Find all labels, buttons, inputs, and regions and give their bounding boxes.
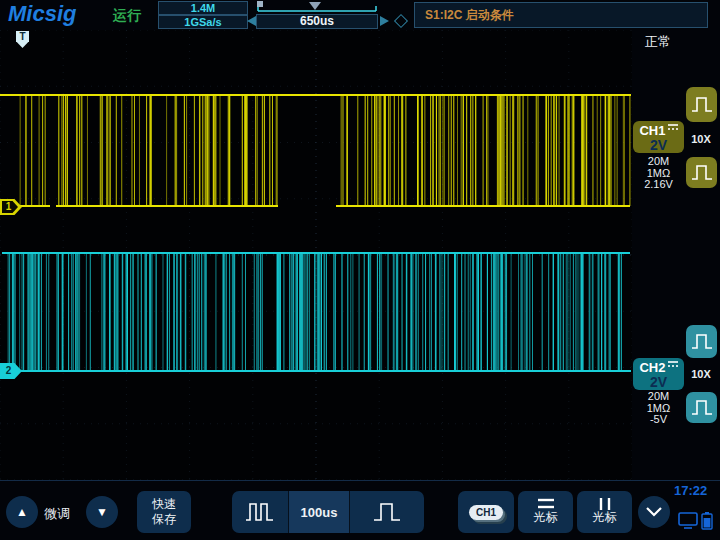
vertical-cursor-icon [596, 498, 614, 510]
ch2-bandwidth: 20M [631, 391, 686, 403]
ch2-probe-label[interactable]: 10X [686, 368, 716, 380]
horizontal-cursor-button[interactable]: 光标 [518, 491, 573, 533]
chevron-down-icon [644, 506, 664, 518]
window-start-marker [257, 1, 263, 7]
ch1-trigger-slope-button[interactable] [686, 87, 717, 122]
up-triangle-icon: ▲ [16, 505, 28, 519]
ch2-trigger-slope-button[interactable] [686, 325, 717, 358]
double-pulse-icon [245, 499, 275, 525]
dc-coupling-icon [668, 361, 678, 370]
zoom-in-timebase-button[interactable] [350, 491, 424, 533]
ch1-readout: 20M 1MΩ 2.16V [631, 156, 686, 191]
ch2-name: CH2 [639, 360, 665, 375]
fine-tune-label: 微调 [44, 505, 70, 523]
ch2-offset: -5V [631, 414, 686, 426]
waveform-canvas [0, 30, 632, 480]
micsig-logo: Micsig [8, 1, 76, 27]
pan-left-icon[interactable] [247, 16, 256, 26]
ch1-name: CH1 [639, 123, 665, 138]
ch2-trigger-slope-button-2[interactable] [686, 392, 717, 423]
time-offset[interactable]: 650us [256, 14, 378, 29]
trigger-mode-label: 正常 [645, 33, 671, 51]
ch1-badge[interactable]: CH1 2V [633, 121, 684, 153]
channel-select-pill: CH1 [469, 505, 503, 520]
fine-tune-down-button[interactable]: ▼ [86, 496, 118, 528]
quick-save-button[interactable]: 快速 保存 [137, 491, 191, 533]
waveform-display[interactable]: T 1 2 [0, 30, 633, 480]
dc-coupling-icon [668, 124, 678, 133]
clock: 17:22 [674, 483, 718, 498]
right-sidebar: 正常 CH1 2V 10X 20M 1MΩ 2.16V [632, 30, 720, 480]
pulse-icon [689, 87, 715, 122]
pulse-icon [689, 157, 715, 188]
battery-icon [701, 512, 713, 530]
ch1-trigger-slope-button-2[interactable] [686, 157, 717, 188]
ch1-scale: 2V [633, 138, 684, 152]
ch1-bandwidth: 20M [631, 156, 686, 168]
collapse-menu-button[interactable] [638, 496, 670, 528]
trigger-position-marker [309, 2, 321, 10]
oscilloscope-app: Micsig 运行 1.4M 1GSa/s 650us S1:I2C 启动条件 … [0, 0, 720, 540]
zoom-out-timebase-button[interactable] [232, 491, 289, 533]
trigger-info[interactable]: S1:I2C 启动条件 [414, 2, 708, 28]
timeline-position-bar[interactable] [256, 1, 378, 14]
timebase-group: 100us [232, 491, 424, 533]
ch2-readout: 20M 1MΩ -5V [631, 391, 686, 426]
bottom-toolbar: ▲ 微调 ▼ 快速 保存 100us CH1 [0, 480, 720, 540]
timebase-value[interactable]: 100us [289, 491, 350, 533]
pan-right-icon[interactable] [380, 16, 389, 26]
ch1-offset: 2.16V [631, 179, 686, 191]
ch2-scale: 2V [633, 375, 684, 389]
run-status[interactable]: 运行 [113, 7, 141, 25]
ch2-badge[interactable]: CH2 2V [633, 358, 684, 390]
memory-depth: 1.4M [158, 1, 248, 15]
sample-rate: 1GSa/s [158, 15, 248, 29]
horizontal-cursor-icon [537, 498, 555, 510]
trigger-point-icon[interactable] [394, 14, 408, 28]
ch1-probe-label[interactable]: 10X [686, 133, 716, 145]
down-triangle-icon: ▼ [96, 505, 108, 519]
vertical-cursor-button[interactable]: 光标 [577, 491, 632, 533]
display-icon[interactable] [678, 512, 698, 530]
pulse-icon [689, 325, 715, 358]
channel-select-button[interactable]: CH1 [458, 491, 514, 533]
fine-tune-up-button[interactable]: ▲ [6, 496, 38, 528]
single-pulse-icon [372, 499, 402, 525]
pulse-icon [689, 392, 715, 423]
top-bar: Micsig 运行 1.4M 1GSa/s 650us S1:I2C 启动条件 [0, 0, 720, 32]
acquisition-info[interactable]: 1.4M 1GSa/s [158, 1, 248, 28]
